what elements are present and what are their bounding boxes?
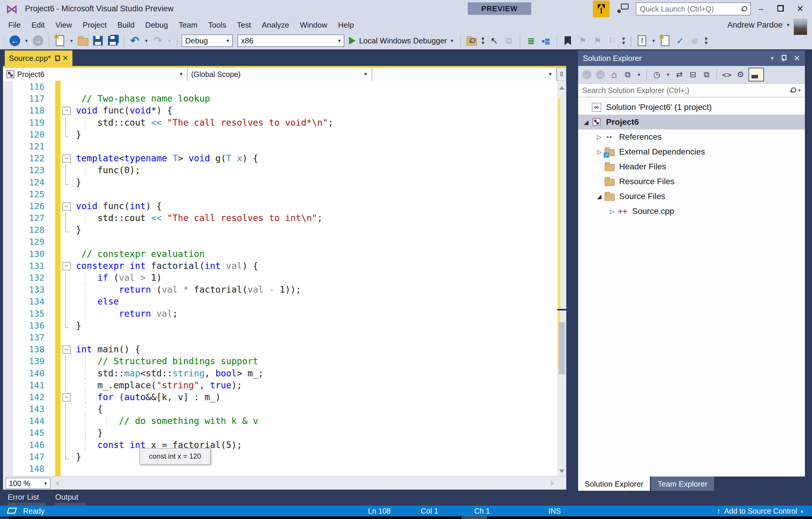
code-line[interactable]: 125: [3, 188, 557, 200]
breakpoint-margin[interactable]: [3, 320, 13, 331]
solution-configuration-select[interactable]: Debug▾: [182, 34, 233, 47]
open-file-button[interactable]: [77, 34, 90, 47]
breakpoint-margin[interactable]: [3, 248, 13, 260]
forward-button[interactable]: →: [595, 69, 606, 81]
error-list-button[interactable]: !: [635, 34, 648, 47]
code-line[interactable]: 119 std::cout << "The call resolves to v…: [3, 117, 557, 129]
start-debugging-button[interactable]: Local Windows Debugger ▾: [349, 36, 453, 46]
code-line[interactable]: 147}: [3, 451, 557, 463]
breakpoint-margin[interactable]: [3, 153, 13, 164]
code-line[interactable]: 138int main() {: [3, 344, 557, 355]
code-line[interactable]: 116: [3, 81, 557, 93]
status-character-number[interactable]: Ch 1: [474, 506, 490, 516]
breakpoint-margin[interactable]: [3, 439, 13, 451]
add-to-source-control-button[interactable]: ↑ Add to Source Control ▴: [717, 506, 803, 516]
breakpoint-margin[interactable]: [3, 403, 13, 415]
restore-button[interactable]: [774, 3, 788, 15]
document-tab-source-cpp[interactable]: Source.cpp* ✕: [5, 51, 72, 66]
menu-team[interactable]: Team: [173, 18, 203, 32]
output-tab[interactable]: Output: [55, 493, 78, 502]
scroll-right-arrow[interactable]: [551, 481, 554, 486]
editor-split-handle[interactable]: ⇳: [557, 68, 566, 81]
code-line[interactable]: 121: [3, 140, 557, 153]
code-line[interactable]: 142 for (auto&&[k, v] : m_): [3, 391, 557, 403]
save-button[interactable]: [91, 34, 105, 47]
breakpoint-margin[interactable]: [3, 463, 13, 475]
code-line[interactable]: 126void func(int) {: [3, 200, 557, 212]
pin-icon[interactable]: [55, 55, 59, 61]
breakpoint-margin[interactable]: [3, 355, 13, 367]
user-account-area[interactable]: Andrew Pardoe ▾: [727, 18, 807, 32]
scroll-left-arrow[interactable]: [55, 481, 59, 486]
navigate-back-dropdown[interactable]: ▾: [23, 38, 30, 44]
home-button[interactable]: ⌂: [608, 69, 620, 81]
code-line[interactable]: 143 {: [3, 403, 557, 415]
breakpoint-margin[interactable]: [3, 105, 13, 116]
window-position-dropdown[interactable]: ▾: [771, 55, 774, 61]
breakpoint-margin[interactable]: [3, 415, 13, 427]
view-code-button[interactable]: <>: [721, 69, 732, 81]
status-line-number[interactable]: Ln 108: [368, 506, 390, 516]
previous-bookmark-button[interactable]: ⚑: [576, 34, 589, 47]
minimize-button[interactable]: –: [754, 3, 768, 15]
pending-changes-filter-button[interactable]: ◷: [651, 69, 662, 81]
new-item-button[interactable]: ✱: [659, 34, 672, 47]
navigate-back-button[interactable]: ←: [8, 34, 21, 47]
toggle-bookmark-button[interactable]: [561, 34, 574, 47]
new-file-dropdown[interactable]: ▾: [68, 38, 75, 44]
breakpoint-margin[interactable]: [3, 308, 13, 320]
breakpoint-margin[interactable]: [3, 188, 13, 200]
scope-dropdown[interactable]: (Global Scope) ▼: [187, 68, 372, 81]
tree-item-solution-project6-1-project-[interactable]: ∞Solution 'Project6' (1 project): [578, 100, 805, 115]
send-feedback-icon[interactable]: [617, 4, 629, 13]
panel-tab-team-explorer[interactable]: Team Explorer: [651, 476, 714, 491]
status-insert-mode[interactable]: INS: [548, 506, 561, 516]
menu-project[interactable]: Project: [78, 18, 112, 32]
editor-zoom-select[interactable]: 100 % ▾: [5, 478, 51, 489]
breakpoint-margin[interactable]: [3, 427, 13, 439]
error-list-dropdown[interactable]: ▾: [650, 38, 657, 44]
fold-collapse-button[interactable]: [61, 105, 74, 116]
code-line[interactable]: 148: [3, 463, 557, 475]
breakpoint-margin[interactable]: [3, 284, 13, 296]
breakpoint-margin[interactable]: [3, 451, 13, 463]
code-line[interactable]: 133 return (val * factorial(val - 1));: [3, 284, 557, 296]
code-line[interactable]: 118void func(void*) {: [3, 105, 557, 116]
code-line[interactable]: 139 // Structured bindings support: [3, 355, 557, 367]
format-document-button[interactable]: ≣: [524, 34, 538, 47]
panel-tab-solution-explorer[interactable]: Solution Explorer: [578, 476, 650, 491]
code-line[interactable]: 136}: [3, 320, 557, 331]
project-dropdown[interactable]: Project6 ▼: [3, 68, 187, 81]
close-icon[interactable]: ✕: [793, 54, 800, 63]
code-line[interactable]: 120}: [3, 129, 557, 140]
breakpoint-margin[interactable]: [3, 344, 13, 355]
scroll-down-arrow[interactable]: [559, 469, 564, 473]
menu-debug[interactable]: Debug: [140, 18, 173, 32]
scrollbar-thumb[interactable]: [558, 322, 565, 374]
tree-item-references[interactable]: ▷▪▪References: [578, 130, 805, 144]
tree-item-external-dependencies[interactable]: ▷External Dependencies: [578, 144, 805, 159]
solution-explorer-title-bar[interactable]: Solution Explorer ▾ ✕: [578, 51, 805, 66]
clear-bookmarks-button[interactable]: ⚐: [606, 34, 619, 47]
redo-dropdown[interactable]: ▾: [166, 38, 173, 44]
code-line[interactable]: 117 // Two-phase name lookup: [3, 93, 557, 105]
breakpoint-margin[interactable]: [3, 200, 13, 212]
code-line[interactable]: 124}: [3, 176, 557, 188]
preview-selected-items-toggle[interactable]: [749, 68, 764, 81]
expanded-arrow-icon[interactable]: ◢: [594, 193, 604, 200]
breakpoint-margin[interactable]: [3, 117, 13, 129]
web-browser-button[interactable]: ⊕: [688, 34, 701, 47]
code-line[interactable]: 144 // do something with k & v: [3, 415, 557, 427]
pin-icon[interactable]: [781, 55, 786, 61]
menu-file[interactable]: File: [3, 18, 26, 32]
breakpoint-margin[interactable]: [3, 224, 13, 236]
solution-platform-select[interactable]: x86▾: [237, 34, 344, 47]
breakpoint-margin[interactable]: [3, 212, 13, 224]
breakpoint-margin[interactable]: [3, 140, 13, 153]
redo-button[interactable]: ↷: [151, 34, 165, 47]
vertical-scrollbar[interactable]: [557, 81, 566, 476]
code-line[interactable]: 135 return val;: [3, 308, 557, 320]
breakpoint-margin[interactable]: [3, 81, 13, 93]
menu-help[interactable]: Help: [333, 18, 359, 32]
code-line[interactable]: 132 if (val > 1): [3, 272, 557, 284]
